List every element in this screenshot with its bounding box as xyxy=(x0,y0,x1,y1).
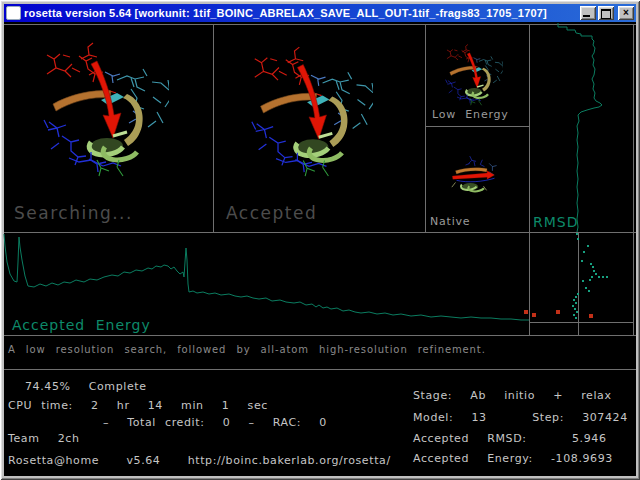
divider-rmsd-panel-left xyxy=(529,24,530,335)
maximize-icon xyxy=(601,9,611,19)
divider-accepted-lowenergy xyxy=(425,24,426,232)
window-controls: × xyxy=(580,6,634,20)
maximize-button[interactable] xyxy=(598,6,614,20)
searching-panel-label: Searching... xyxy=(14,203,133,223)
minimize-icon xyxy=(583,15,590,17)
cpu-time: CPU time: 2 hr 14 min 1 sec xyxy=(8,399,268,412)
accepted-energy-plot-label: Accepted Energy xyxy=(12,317,151,333)
native-panel-label: Native xyxy=(430,215,470,228)
accepted-energy-status: Accepted Energy: -108.9693 xyxy=(413,452,613,465)
minimize-button[interactable] xyxy=(580,6,596,20)
protein-render-low-energy xyxy=(442,44,504,108)
app-version-url: Rosetta@home v5.64 http://boinc.bakerlab… xyxy=(8,454,391,467)
rmsd-panel-right-edge xyxy=(633,24,634,335)
protein-render-accepted xyxy=(247,44,373,184)
percent-complete: 74.45% Complete xyxy=(25,380,147,393)
divider-lowenergy-native xyxy=(425,126,530,127)
accepted-panel-label: Accepted xyxy=(226,203,317,223)
protein-render-searching xyxy=(38,42,170,182)
divider-searching-accepted xyxy=(213,24,214,232)
rmsd-gridline-baseline xyxy=(529,322,634,323)
stage-description: A low resolution search, followed by all… xyxy=(8,344,486,355)
separator-above-description xyxy=(4,335,636,336)
close-button[interactable]: × xyxy=(618,6,634,20)
model-step-status: Model: 13 Step: 307424 xyxy=(413,411,628,424)
rmsd-plot-label: RMSD xyxy=(533,214,578,230)
team-name: Team 2ch xyxy=(8,432,80,445)
close-icon: × xyxy=(623,7,629,18)
credit-rac: – Total credit: 0 – RAC: 0 xyxy=(103,416,327,429)
window-title: rosetta version 5.64 [workunit: 1tif_BOI… xyxy=(24,7,580,19)
panel-border-top xyxy=(4,24,636,25)
title-bar[interactable]: rosetta version 5.64 [workunit: 1tif_BOI… xyxy=(4,4,636,22)
protein-render-native xyxy=(446,146,504,202)
accepted-rmsd-status: Accepted RMSD: 5.946 xyxy=(413,432,607,445)
stage-status: Stage: Ab initio + relax xyxy=(413,389,612,402)
rosetta-screensaver-window: rosetta version 5.64 [workunit: 1tif_BOI… xyxy=(0,0,640,480)
rmsd-gridline-vertical xyxy=(578,232,579,335)
application-icon xyxy=(6,6,21,20)
divider-energy-graph-top xyxy=(4,232,636,233)
separator-below-description xyxy=(4,369,636,370)
low-energy-panel-label: Low Energy xyxy=(432,108,509,121)
